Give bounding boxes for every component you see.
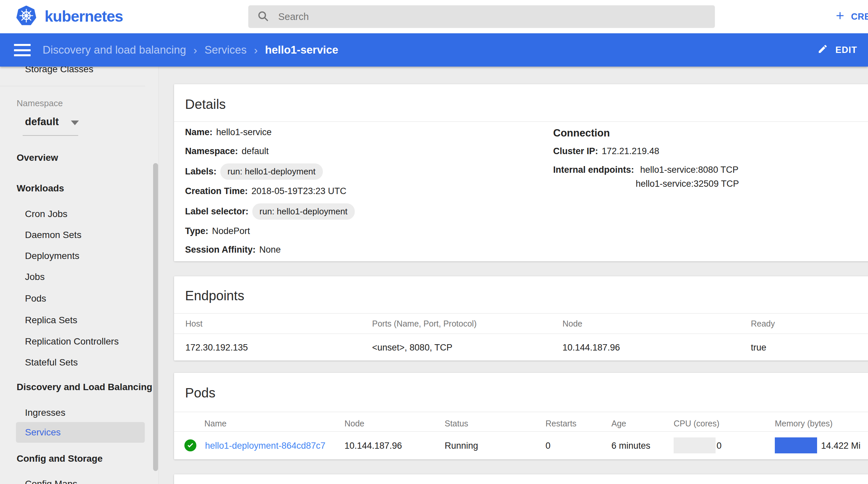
detail-row-type: Type: NodePort (185, 226, 250, 236)
col-header-node: Node (562, 319, 583, 329)
col-header-host: Host (185, 319, 203, 329)
sidebar-item-replica-sets[interactable]: Replica Sets (25, 315, 77, 326)
main-content: Details Name: hello1-service Namespace: … (159, 67, 868, 484)
col-header-node: Node (344, 419, 365, 428)
detail-row-labels: Labels: run: hello1-deployment (185, 163, 323, 180)
memory-sparkline (775, 437, 817, 453)
top-header: kubernetes CREATE (0, 0, 868, 33)
sidebar-divider (0, 86, 145, 86)
endpoint-ports: <unset>, 8080, TCP (372, 342, 452, 353)
namespace-label: Namespace (17, 98, 63, 109)
table-divider (174, 431, 868, 432)
breadcrumb: Discovery and load balancing › Services … (42, 33, 338, 67)
sidebar-item-daemon-sets[interactable]: Daemon Sets (25, 230, 82, 240)
namespace-value: default (25, 116, 59, 127)
breadcrumb-discovery[interactable]: Discovery and load balancing (42, 43, 186, 56)
col-header-status: Status (445, 419, 468, 428)
sidebar-item-jobs[interactable]: Jobs (25, 272, 44, 282)
chevron-right-icon: › (193, 43, 197, 57)
namespace-select[interactable]: default (25, 116, 78, 128)
edit-button-label: EDIT (835, 45, 857, 55)
detail-row-name: Name: hello1-service (185, 127, 272, 138)
sidebar-item-stateful-sets[interactable]: Stateful Sets (25, 357, 78, 368)
table-divider (174, 334, 868, 334)
sidebar-item-services[interactable]: Services (16, 422, 145, 443)
card-divider (174, 313, 868, 313)
sidebar-item-replication-controllers[interactable]: Replication Controllers (25, 336, 119, 347)
sidebar-section-discovery: Discovery and Load Balancing (17, 382, 152, 392)
create-button[interactable]: CREATE (834, 0, 868, 33)
internal-endpoint-2: hello1-service:32509 TCP (636, 179, 739, 189)
cpu-sparkline (674, 437, 716, 453)
label-selector-chip: run: hello1-deployment (252, 203, 355, 220)
chevron-down-icon (71, 121, 79, 125)
pod-node: 10.144.187.96 (344, 441, 402, 451)
pod-restarts: 0 (546, 441, 551, 451)
sidebar-item-deployments[interactable]: Deployments (25, 251, 79, 261)
sidebar-item-ingresses[interactable]: Ingresses (25, 407, 65, 418)
sidebar-section-workloads: Workloads (17, 183, 64, 194)
detail-row-session-affinity: Session Affinity: None (185, 245, 281, 255)
details-card: Details Name: hello1-service Namespace: … (174, 84, 868, 261)
detail-row-creation-time: Creation Time: 2018-05-19T23:23 UTC (185, 186, 346, 196)
endpoint-host: 172.30.192.135 (185, 342, 248, 353)
col-header-ready: Ready (751, 319, 775, 329)
next-card-partial (174, 474, 868, 484)
sidebar-item-storage-classes[interactable]: Storage Classes (25, 67, 93, 74)
detail-row-namespace: Namespace: default (185, 146, 269, 156)
sidebar-item-services-label: Services (25, 422, 61, 443)
sidebar: Storage Classes Namespace default Overvi… (0, 67, 159, 484)
detail-row-label-selector: Label selector: run: hello1-deployment (185, 203, 355, 220)
search-bar (248, 5, 715, 28)
pod-status: Running (445, 441, 478, 451)
pod-status-ok-icon (184, 440, 196, 451)
card-divider (174, 121, 868, 122)
col-header-cpu: CPU (cores) (674, 419, 719, 428)
search-input[interactable] (278, 11, 694, 22)
col-header-restarts: Restarts (546, 419, 577, 428)
card-divider (174, 412, 868, 412)
namespace-underline (23, 135, 78, 136)
kubernetes-wheel-icon (16, 6, 37, 27)
breadcrumb-services[interactable]: Services (204, 43, 247, 56)
pod-cpu-value: 0 (717, 441, 721, 451)
pod-memory-value: 14.422 Mi (821, 441, 861, 451)
col-header-ports: Ports (Name, Port, Protocol) (372, 319, 476, 329)
details-card-title: Details (185, 97, 226, 112)
app-bar: Discovery and load balancing › Services … (0, 33, 868, 67)
sidebar-item-pods[interactable]: Pods (25, 293, 46, 304)
pencil-icon (817, 43, 828, 57)
endpoints-card: Endpoints Host Ports (Name, Port, Protoc… (174, 276, 868, 361)
endpoints-card-title: Endpoints (185, 288, 244, 303)
pods-card-title: Pods (185, 386, 215, 400)
sidebar-item-config-maps[interactable]: Config Maps (25, 479, 77, 484)
search-icon (257, 10, 269, 23)
pod-age: 6 minutes (611, 441, 650, 451)
kubernetes-wordmark: kubernetes (44, 7, 123, 25)
connection-internal-endpoints: Internal endpoints: hello1-service:8080 … (553, 165, 739, 189)
create-button-label: CREATE (851, 12, 868, 22)
col-header-memory: Memory (bytes) (775, 419, 833, 428)
chevron-right-icon: › (254, 43, 258, 57)
sidebar-item-cron-jobs[interactable]: Cron Jobs (25, 209, 68, 219)
internal-endpoint-1: hello1-service:8080 TCP (640, 165, 739, 175)
connection-title: Connection (553, 127, 610, 139)
page-title: hello1-service (265, 43, 338, 56)
sidebar-scrollbar[interactable] (153, 163, 158, 471)
sidebar-item-overview[interactable]: Overview (17, 152, 58, 163)
menu-icon[interactable] (14, 44, 31, 56)
plus-icon (834, 10, 846, 24)
edit-button[interactable]: EDIT (817, 33, 857, 67)
label-chip: run: hello1-deployment (220, 163, 323, 180)
pod-name-link[interactable]: hello1-deployment-864cd87c7 (205, 441, 326, 451)
sidebar-section-config-storage: Config and Storage (17, 453, 102, 464)
connection-cluster-ip: Cluster IP: 172.21.219.48 (553, 146, 659, 156)
endpoint-ready: true (751, 342, 767, 353)
pods-card: Pods Name Node Status Restarts Age CPU (… (174, 373, 868, 459)
col-header-age: Age (611, 419, 626, 428)
kubernetes-logo[interactable]: kubernetes (16, 6, 123, 27)
col-header-name: Name (204, 419, 227, 428)
endpoint-node: 10.144.187.96 (562, 342, 620, 353)
